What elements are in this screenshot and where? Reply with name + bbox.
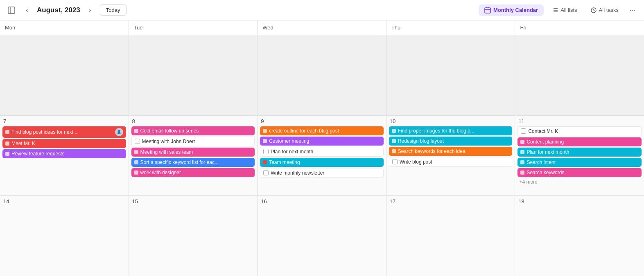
task-review-feature[interactable]: Review feature requests xyxy=(2,149,126,158)
svg-line-14 xyxy=(594,10,595,11)
all-lists-button[interactable]: All lists xyxy=(547,4,582,16)
task-checkbox[interactable] xyxy=(263,149,269,154)
day-cell-empty xyxy=(515,35,644,115)
day-number: 14 xyxy=(2,198,126,204)
task-checkbox[interactable] xyxy=(263,170,269,175)
task-label: Customer meeting xyxy=(269,138,309,144)
task-customer-meeting[interactable]: Customer meeting xyxy=(260,137,384,146)
task-dot xyxy=(134,171,138,175)
task-dot xyxy=(263,129,267,133)
task-work-designer[interactable]: work with designer xyxy=(131,168,255,177)
sidebar-toggle[interactable] xyxy=(6,4,17,16)
task-label: Search intent xyxy=(526,159,556,165)
task-dot xyxy=(520,160,524,164)
task-label: Search keywords xyxy=(526,170,564,175)
day-cell-7: 7 Find blog post ideas for next ... 👤 Me… xyxy=(0,116,129,196)
next-month-button[interactable]: › xyxy=(85,5,95,15)
task-dot xyxy=(520,140,524,144)
task-checkbox[interactable] xyxy=(392,159,398,164)
day-headers: Mon Tue Wed Thu Fri xyxy=(0,20,644,35)
week-row-3: 14 15 16 17 18 xyxy=(0,196,644,276)
day-number: 7 xyxy=(2,118,126,124)
task-write-newsletter[interactable]: Write monthly newsletter xyxy=(260,168,384,178)
day-number: 17 xyxy=(389,198,513,204)
task-label: Write monthly newsletter xyxy=(271,170,324,176)
day-header-wed: Wed xyxy=(258,20,386,35)
task-dot xyxy=(134,160,138,164)
task-redesign-layout[interactable]: Redesign blog layout xyxy=(389,137,513,146)
task-label: Plan for next month xyxy=(526,149,569,155)
task-sort-keyword[interactable]: Sort a specific keyword list for eac... xyxy=(131,158,255,167)
task-dot xyxy=(392,139,396,143)
task-dot xyxy=(263,160,267,164)
task-contact-mrk[interactable]: Contact Mr. K xyxy=(517,126,642,136)
task-label: Content planning xyxy=(526,139,564,145)
task-meeting-sales[interactable]: Meeting with sales team xyxy=(131,148,255,157)
all-lists-label: All lists xyxy=(560,7,577,13)
task-plan-next-month-9[interactable]: Plan for next month xyxy=(260,147,384,157)
day-cell-10: 10 Find proper images for the blog p... … xyxy=(386,116,515,196)
task-search-keywords[interactable]: Search keywords xyxy=(517,168,642,177)
task-label: Meet Mr. K xyxy=(11,141,35,146)
task-label: Find proper images for the blog p... xyxy=(398,128,475,134)
task-content-planning[interactable]: Content planning xyxy=(517,137,642,146)
task-search-keywords-each[interactable]: Search keywords for each idea xyxy=(389,147,513,156)
calendar-grid: Mon Tue Wed Thu Fri 7 Find blog post ide… xyxy=(0,20,644,276)
day-cell-16: 16 xyxy=(258,196,386,276)
day-cell-8: 8 Cold email follow up series Meeting wi… xyxy=(129,116,258,196)
more-tasks-label[interactable]: +4 more xyxy=(517,178,642,186)
task-dot xyxy=(263,139,267,143)
task-label: Find blog post ideas for next ... xyxy=(11,129,113,135)
prev-month-button[interactable]: ‹ xyxy=(22,5,32,15)
task-dot xyxy=(392,149,396,153)
task-meeting-john[interactable]: Meeting with John Doerr xyxy=(131,137,255,146)
task-label: Contact Mr. K xyxy=(528,128,558,134)
task-dot xyxy=(5,141,9,146)
task-label: Meeting with sales team xyxy=(140,149,193,155)
task-label: Meeting with John Doerr xyxy=(142,139,195,144)
monthly-calendar-button[interactable]: Monthly Calendar xyxy=(479,4,544,16)
week-row-2: 7 Find blog post ideas for next ... 👤 Me… xyxy=(0,116,644,196)
avatar: 👤 xyxy=(115,128,123,136)
day-cell-17: 17 xyxy=(386,196,515,276)
task-label: work with designer xyxy=(140,170,181,175)
today-button[interactable]: Today xyxy=(100,4,127,16)
day-number: 8 xyxy=(131,118,255,124)
task-checkbox[interactable] xyxy=(521,128,526,134)
task-create-outline[interactable]: create outline for each blog post xyxy=(260,126,384,135)
task-label: Review feature requests xyxy=(11,151,64,157)
task-label: Team meeting xyxy=(269,159,300,165)
day-cell-18: 18 xyxy=(515,196,644,276)
day-number: 18 xyxy=(517,198,642,204)
task-label: Search keywords for each idea xyxy=(398,148,465,154)
task-cold-email[interactable]: Cold email follow up series xyxy=(131,126,255,135)
day-cell-empty xyxy=(258,35,386,115)
task-meet-mr-k[interactable]: Meet Mr. K xyxy=(2,139,126,148)
task-find-images[interactable]: Find proper images for the blog p... xyxy=(389,126,513,135)
task-write-blog-post[interactable]: Write blog post xyxy=(389,157,513,167)
day-header-tue: Tue xyxy=(129,20,258,35)
task-dot xyxy=(5,130,9,134)
all-tasks-label: All tasks xyxy=(599,7,619,13)
day-number: 9 xyxy=(260,118,384,124)
task-label: Redesign blog layout xyxy=(398,138,444,144)
day-number: 15 xyxy=(131,198,255,204)
task-search-intent[interactable]: Search intent xyxy=(517,158,642,167)
more-options-button[interactable]: ··· xyxy=(627,4,638,16)
task-label: Plan for next month xyxy=(271,149,313,155)
all-tasks-button[interactable]: All tasks xyxy=(585,4,624,16)
svg-rect-0 xyxy=(8,7,15,13)
day-number: 16 xyxy=(260,198,384,204)
top-bar-right: Monthly Calendar All lists All tasks ··· xyxy=(479,4,638,16)
task-dot xyxy=(134,150,138,154)
day-cell-9: 9 create outline for each blog post Cust… xyxy=(258,116,386,196)
day-number: 11 xyxy=(517,118,642,124)
week-row-1 xyxy=(0,35,644,116)
task-plan-next-month-11[interactable]: Plan for next month xyxy=(517,148,642,157)
svg-rect-2 xyxy=(485,8,490,13)
task-checkbox[interactable] xyxy=(135,139,140,144)
task-label: Write blog post xyxy=(400,159,432,165)
top-bar: ‹ August, 2023 › Today Monthly Calendar … xyxy=(0,0,644,20)
task-find-blog-post[interactable]: Find blog post ideas for next ... 👤 xyxy=(2,126,126,138)
task-team-meeting[interactable]: Team meeting xyxy=(260,158,384,167)
